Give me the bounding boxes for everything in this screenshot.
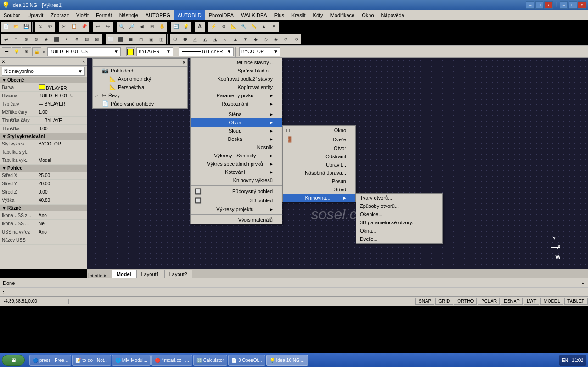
tb2-18[interactable]: ⬢ [180,34,190,44]
sub-okno[interactable]: □ Okno [283,126,355,135]
k-3d-parametricke[interactable]: 3D parametrické otvory... [356,218,442,227]
menu-kreslit[interactable]: Kreslit [288,10,309,20]
k-tvary-otvoru[interactable]: Tvary otvorů... [356,194,442,202]
taskbar-openoffice[interactable]: 📄 3 OpenOf... [228,355,265,366]
tb2-1[interactable]: ⇄ [1,34,11,44]
color-btn[interactable] [126,47,135,56]
start-button[interactable]: ⊞ [2,355,25,366]
tab-layout2[interactable]: Layout2 [164,270,192,278]
prop-vyska-value[interactable]: 40.80 [37,198,87,203]
menu-kopiovat-entity[interactable]: Kopírovat entity [191,83,282,91]
snap-status[interactable]: SNAP [415,298,434,305]
tb2-21[interactable]: ◮ [210,34,220,44]
linetype-dropdown[interactable]: BYLAYER ▼ [179,47,234,56]
tb-extra2[interactable]: ⚙ [218,22,229,32]
menu-sloup[interactable]: Sloup [191,127,282,135]
tb2-19[interactable]: ◬ [190,34,200,44]
menu-autoreg[interactable]: AUTOREG [142,10,174,20]
prop-stredx-value[interactable]: 25.00 [37,173,87,178]
grid-status[interactable]: GRID [435,298,453,305]
tab-next-btn[interactable]: ► [98,273,103,278]
menu-vypis-materialu[interactable]: Výpis materiálů [191,216,282,224]
tb2-13[interactable]: ◼ [126,34,136,44]
taskbar-4mcad[interactable]: 🔴 4mcad.cz - ... [151,355,192,366]
tb-zoom-prev[interactable]: ◀ [137,22,147,32]
menu-autobld[interactable]: AUTOBLD [174,10,205,20]
menu-parametry-prvku[interactable]: Parametry prvku [191,91,282,100]
menu-sprava-hladin[interactable]: Správa hladin... [191,67,282,75]
canvas-area[interactable]: × 📷 Pohledech 📐 Axonometrický 📐 Perspekt… [87,58,588,269]
tb2-27[interactable]: ◈ [271,34,281,44]
tb2-11[interactable]: ⬜ [106,34,116,44]
win-maximize-button[interactable]: □ [569,1,577,9]
tb-render[interactable]: 💡 [181,22,191,32]
sub-otvor2[interactable]: Otvor [283,144,355,152]
tab-first-btn[interactable]: |◄ [88,273,94,278]
menu-otvor[interactable]: Otvor [191,118,282,127]
taskbar-mm[interactable]: 🌐 MM Modul... [112,355,151,366]
tb-extra5[interactable]: 📏 [249,22,259,32]
tb2-14[interactable]: ◻ [136,34,146,44]
tb2-15[interactable]: ▣ [146,34,156,44]
tree-item-rezy[interactable]: ▷ ✂ Řezy [93,91,187,100]
menu-vykres-special[interactable]: Výkres speciálních prvků [191,160,282,168]
menu-format[interactable]: Formát [92,10,116,20]
menu-upravit[interactable]: Upravit [23,10,47,20]
tb2-24[interactable]: ▼ [241,34,251,44]
k-okenice[interactable]: Okenice... [356,210,442,218]
k-okna[interactable]: Okna... [356,227,442,235]
tab-model[interactable]: Model [112,270,136,278]
tab-layout1[interactable]: Layout1 [136,270,164,278]
menu-rozpoznani[interactable]: Rozpoznání [191,100,282,108]
tb2-17[interactable]: ⬡ [170,34,180,44]
menu-knihovny-vykresu[interactable]: Knihovny výkresů [191,176,282,184]
section-ruzne[interactable]: ▼ Různé [0,205,87,211]
layer-freeze-btn[interactable]: ❄ [22,47,31,56]
tb-paste[interactable]: 📌 [79,22,89,32]
sub-odstranit[interactable]: Odstranit [283,152,355,161]
taskbar-idea[interactable]: 💡 Idea 10 NG ... [266,355,308,366]
k-dvere[interactable]: Dveře... [356,235,442,243]
views-panel-close[interactable]: × [183,60,185,65]
panel-close-btn[interactable]: × [82,59,85,64]
tb-extra4[interactable]: 🔧 [239,22,249,32]
tb-print[interactable]: 🖨 [35,22,45,32]
prop-tloustka-cary-value[interactable]: — BYLAYE [37,118,87,123]
tb2-10[interactable]: ⊠ [92,34,102,44]
tb-3d-orbit[interactable]: 🔄 [171,22,181,32]
taskbar-todo[interactable]: 📝 to-do - Not... [72,355,111,366]
prop-stredz-value[interactable]: 0.00 [37,189,87,195]
tab-last-btn[interactable]: ►| [103,273,109,278]
tb-pan[interactable]: ✋ [157,22,167,32]
close-button[interactable]: × [544,1,553,9]
menu-nosnik[interactable]: Nosník [191,143,282,151]
menu-definice-stavby[interactable]: Definice stavby... [191,58,282,67]
menu-3d-pohled[interactable]: 🔲 3D pohled [191,196,282,205]
layer-lock-btn[interactable]: 🔒 [32,47,41,56]
lwt-status[interactable]: LWT [524,298,539,305]
prop-hladina-value[interactable]: BUILD_FL001_U [37,93,87,98]
sub-upravit[interactable]: Upravit... [283,161,355,169]
menu-vykresy-projektu[interactable]: Výkresy projektu [191,205,282,213]
model-status[interactable]: MODEL [540,298,563,305]
esnap-status[interactable]: ESNAP [501,298,523,305]
tb-undo[interactable]: ↩ [93,22,103,32]
menu-vlozit[interactable]: Vložit [73,10,92,20]
tb2-28[interactable]: ⟳ [281,34,291,44]
prop-stredy-value[interactable]: 20.00 [37,181,87,186]
menu-deska[interactable]: Deska [191,135,282,143]
win-close-button[interactable]: × [578,1,586,9]
taskbar-press[interactable]: 🔵 press - Free... [29,355,71,366]
tb2-5[interactable]: ◈ [41,34,51,44]
tb-new[interactable]: 📄 [1,22,11,32]
tb2-4[interactable]: ⊖ [31,34,41,44]
tb-zoom-extent[interactable]: ⊞ [147,22,157,32]
tree-item-pudorysne[interactable]: 📄 Půdorysné pohledy [93,100,187,108]
tb2-6[interactable]: ⬛ [51,34,62,44]
prop-tab-vyk-value[interactable]: Model [37,158,87,163]
sub-knihovna[interactable]: Knihovna... [283,194,355,202]
prop-ussv-value[interactable]: Ano [37,229,87,234]
tb2-22[interactable]: ⬨ [220,34,230,44]
tb2-26[interactable]: ◇ [261,34,271,44]
menu-walkidea[interactable]: WALKIDEA [237,10,270,20]
